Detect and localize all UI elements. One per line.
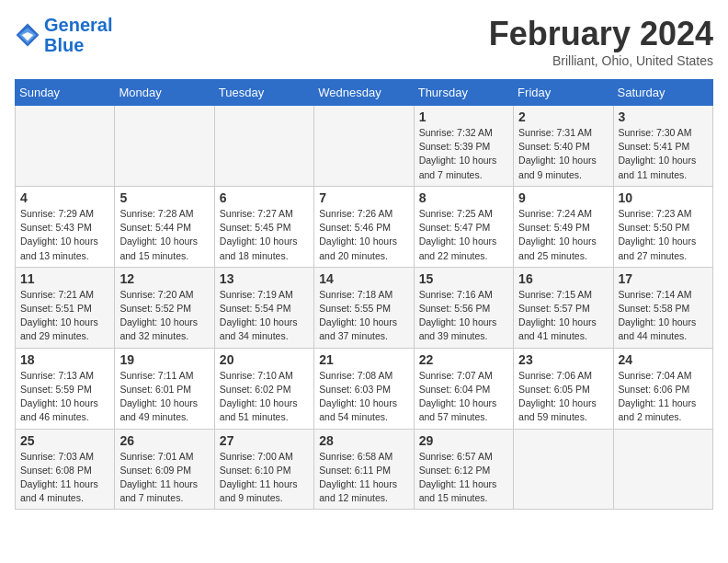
day-info: Sunrise: 7:08 AMSunset: 6:03 PMDaylight:…: [319, 369, 408, 425]
day-info: Sunrise: 7:18 AMSunset: 5:55 PMDaylight:…: [319, 288, 408, 344]
calendar-day-cell: 10Sunrise: 7:23 AMSunset: 5:50 PMDayligh…: [613, 186, 712, 267]
calendar-week-row: 18Sunrise: 7:13 AMSunset: 5:59 PMDayligh…: [16, 348, 713, 429]
day-info: Sunrise: 7:14 AMSunset: 5:58 PMDaylight:…: [619, 288, 708, 344]
calendar-day-cell: 5Sunrise: 7:28 AMSunset: 5:44 PMDaylight…: [115, 186, 214, 267]
day-number: 24: [619, 352, 708, 367]
day-number: 3: [619, 109, 708, 124]
calendar-day-cell: 3Sunrise: 7:30 AMSunset: 5:41 PMDaylight…: [613, 106, 712, 187]
logo-icon: [15, 22, 40, 48]
day-number: 29: [419, 433, 508, 448]
day-info: Sunrise: 7:13 AMSunset: 5:59 PMDaylight:…: [20, 369, 109, 425]
day-number: 6: [220, 190, 309, 205]
day-number: 21: [319, 352, 408, 367]
calendar-day-cell: 13Sunrise: 7:19 AMSunset: 5:54 PMDayligh…: [214, 267, 313, 348]
day-number: 13: [220, 271, 309, 286]
logo-text: General Blue: [44, 15, 112, 55]
weekday-header-saturday: Saturday: [613, 80, 712, 106]
calendar-table: SundayMondayTuesdayWednesdayThursdayFrid…: [15, 79, 713, 510]
day-info: Sunrise: 7:11 AMSunset: 6:01 PMDaylight:…: [119, 369, 209, 425]
day-number: 15: [419, 271, 508, 286]
title-block: February 2024 Brilliant, Ohio, United St…: [489, 15, 713, 68]
day-info: Sunrise: 7:30 AMSunset: 5:41 PMDaylight:…: [619, 126, 708, 182]
calendar-day-cell: 4Sunrise: 7:29 AMSunset: 5:43 PMDaylight…: [16, 186, 115, 267]
day-info: Sunrise: 7:07 AMSunset: 6:04 PMDaylight:…: [419, 369, 508, 425]
day-number: 9: [518, 190, 608, 205]
page-header: General Blue February 2024 Brilliant, Oh…: [15, 15, 713, 68]
day-number: 19: [119, 352, 209, 367]
day-info: Sunrise: 7:29 AMSunset: 5:43 PMDaylight:…: [20, 207, 109, 263]
calendar-day-cell: 8Sunrise: 7:25 AMSunset: 5:47 PMDaylight…: [414, 186, 513, 267]
day-info: Sunrise: 7:26 AMSunset: 5:46 PMDaylight:…: [319, 207, 408, 263]
day-number: 2: [518, 109, 608, 124]
month-year-title: February 2024: [489, 15, 713, 53]
day-number: 10: [619, 190, 708, 205]
calendar-day-cell: 7Sunrise: 7:26 AMSunset: 5:46 PMDaylight…: [314, 186, 414, 267]
weekday-header-row: SundayMondayTuesdayWednesdayThursdayFrid…: [16, 80, 713, 106]
day-info: Sunrise: 7:28 AMSunset: 5:44 PMDaylight:…: [119, 207, 209, 263]
day-number: 8: [419, 190, 508, 205]
day-number: 1: [419, 109, 508, 124]
day-number: 16: [518, 271, 608, 286]
day-number: 4: [20, 190, 109, 205]
day-number: 7: [319, 190, 408, 205]
day-info: Sunrise: 7:15 AMSunset: 5:57 PMDaylight:…: [518, 288, 608, 344]
calendar-day-cell: [514, 429, 613, 510]
day-number: 20: [220, 352, 309, 367]
weekday-header-monday: Monday: [115, 80, 214, 106]
calendar-day-cell: 21Sunrise: 7:08 AMSunset: 6:03 PMDayligh…: [314, 348, 414, 429]
calendar-day-cell: 28Sunrise: 6:58 AMSunset: 6:11 PMDayligh…: [314, 429, 414, 510]
day-info: Sunrise: 7:27 AMSunset: 5:45 PMDaylight:…: [220, 207, 309, 263]
day-number: 27: [220, 433, 309, 448]
day-info: Sunrise: 7:23 AMSunset: 5:50 PMDaylight:…: [619, 207, 708, 263]
calendar-day-cell: 20Sunrise: 7:10 AMSunset: 6:02 PMDayligh…: [214, 348, 313, 429]
day-info: Sunrise: 7:00 AMSunset: 6:10 PMDaylight:…: [220, 450, 309, 506]
calendar-day-cell: 25Sunrise: 7:03 AMSunset: 6:08 PMDayligh…: [16, 429, 115, 510]
day-info: Sunrise: 7:16 AMSunset: 5:56 PMDaylight:…: [419, 288, 508, 344]
day-info: Sunrise: 7:20 AMSunset: 5:52 PMDaylight:…: [119, 288, 209, 344]
calendar-week-row: 1Sunrise: 7:32 AMSunset: 5:39 PMDaylight…: [16, 106, 713, 187]
calendar-day-cell: 29Sunrise: 6:57 AMSunset: 6:12 PMDayligh…: [414, 429, 513, 510]
calendar-day-cell: [16, 106, 115, 187]
logo: General Blue: [15, 15, 112, 55]
day-number: 22: [419, 352, 508, 367]
day-number: 18: [20, 352, 109, 367]
day-number: 12: [119, 271, 209, 286]
weekday-header-tuesday: Tuesday: [214, 80, 313, 106]
calendar-day-cell: 16Sunrise: 7:15 AMSunset: 5:57 PMDayligh…: [514, 267, 613, 348]
calendar-week-row: 25Sunrise: 7:03 AMSunset: 6:08 PMDayligh…: [16, 429, 713, 510]
day-info: Sunrise: 7:06 AMSunset: 6:05 PMDaylight:…: [518, 369, 608, 425]
day-info: Sunrise: 7:04 AMSunset: 6:06 PMDaylight:…: [619, 369, 708, 425]
day-number: 25: [20, 433, 109, 448]
day-number: 28: [319, 433, 408, 448]
day-info: Sunrise: 6:58 AMSunset: 6:11 PMDaylight:…: [319, 450, 408, 506]
calendar-day-cell: 2Sunrise: 7:31 AMSunset: 5:40 PMDaylight…: [514, 106, 613, 187]
day-number: 14: [319, 271, 408, 286]
day-info: Sunrise: 6:57 AMSunset: 6:12 PMDaylight:…: [419, 450, 508, 506]
calendar-day-cell: [115, 106, 214, 187]
calendar-day-cell: 11Sunrise: 7:21 AMSunset: 5:51 PMDayligh…: [16, 267, 115, 348]
day-info: Sunrise: 7:24 AMSunset: 5:49 PMDaylight:…: [518, 207, 608, 263]
weekday-header-thursday: Thursday: [414, 80, 513, 106]
day-number: 5: [119, 190, 209, 205]
day-info: Sunrise: 7:31 AMSunset: 5:40 PMDaylight:…: [518, 126, 608, 182]
weekday-header-wednesday: Wednesday: [314, 80, 414, 106]
calendar-day-cell: 9Sunrise: 7:24 AMSunset: 5:49 PMDaylight…: [514, 186, 613, 267]
calendar-day-cell: 15Sunrise: 7:16 AMSunset: 5:56 PMDayligh…: [414, 267, 513, 348]
day-number: 11: [20, 271, 109, 286]
calendar-day-cell: 6Sunrise: 7:27 AMSunset: 5:45 PMDaylight…: [214, 186, 313, 267]
calendar-day-cell: 26Sunrise: 7:01 AMSunset: 6:09 PMDayligh…: [115, 429, 214, 510]
calendar-day-cell: 1Sunrise: 7:32 AMSunset: 5:39 PMDaylight…: [414, 106, 513, 187]
calendar-day-cell: 14Sunrise: 7:18 AMSunset: 5:55 PMDayligh…: [314, 267, 414, 348]
day-number: 23: [518, 352, 608, 367]
day-info: Sunrise: 7:03 AMSunset: 6:08 PMDaylight:…: [20, 450, 109, 506]
calendar-day-cell: [214, 106, 313, 187]
calendar-day-cell: 23Sunrise: 7:06 AMSunset: 6:05 PMDayligh…: [514, 348, 613, 429]
calendar-day-cell: 17Sunrise: 7:14 AMSunset: 5:58 PMDayligh…: [613, 267, 712, 348]
calendar-day-cell: 27Sunrise: 7:00 AMSunset: 6:10 PMDayligh…: [214, 429, 313, 510]
calendar-day-cell: 12Sunrise: 7:20 AMSunset: 5:52 PMDayligh…: [115, 267, 214, 348]
calendar-day-cell: 18Sunrise: 7:13 AMSunset: 5:59 PMDayligh…: [16, 348, 115, 429]
weekday-header-friday: Friday: [514, 80, 613, 106]
calendar-day-cell: 24Sunrise: 7:04 AMSunset: 6:06 PMDayligh…: [613, 348, 712, 429]
day-info: Sunrise: 7:01 AMSunset: 6:09 PMDaylight:…: [119, 450, 209, 506]
calendar-day-cell: 19Sunrise: 7:11 AMSunset: 6:01 PMDayligh…: [115, 348, 214, 429]
